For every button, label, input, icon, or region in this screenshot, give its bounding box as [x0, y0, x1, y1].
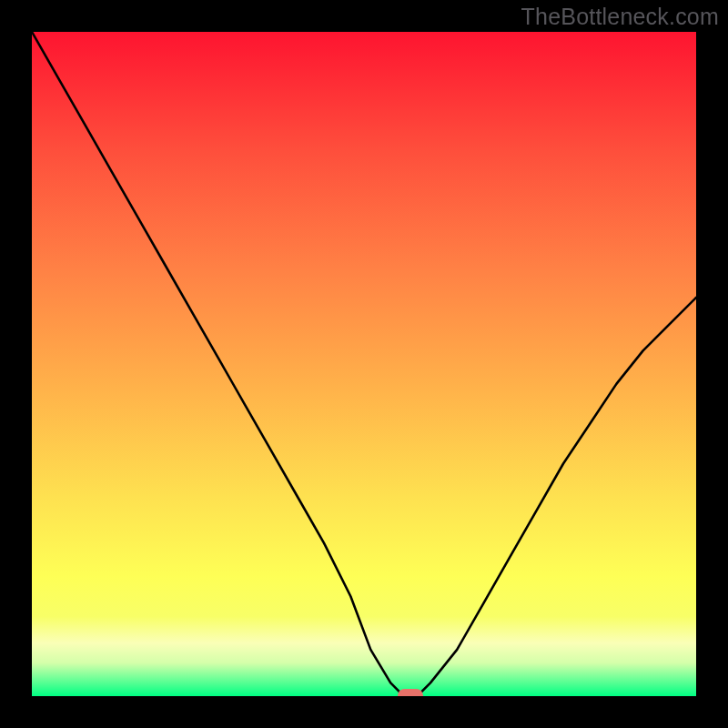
- gradient-background: [32, 32, 696, 696]
- value-marker: [398, 689, 423, 696]
- plot-area: [32, 32, 696, 696]
- watermark-text: TheBottleneck.com: [521, 4, 719, 30]
- chart-svg: [32, 32, 696, 696]
- chart-frame: TheBottleneck.com: [0, 0, 728, 728]
